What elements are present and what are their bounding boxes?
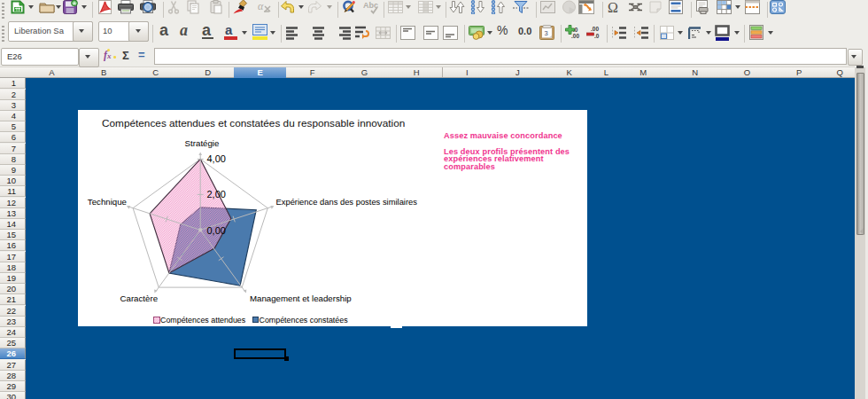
svg-text:α: α: [258, 0, 264, 12]
svg-text:.00: .00: [591, 26, 599, 32]
svg-text:.00: .00: [571, 33, 579, 39]
svg-text:.0: .0: [594, 33, 600, 39]
svg-text:.0: .0: [573, 27, 578, 33]
svg-text:3: 3: [545, 29, 548, 37]
svg-text:Ω: Ω: [608, 0, 618, 14]
